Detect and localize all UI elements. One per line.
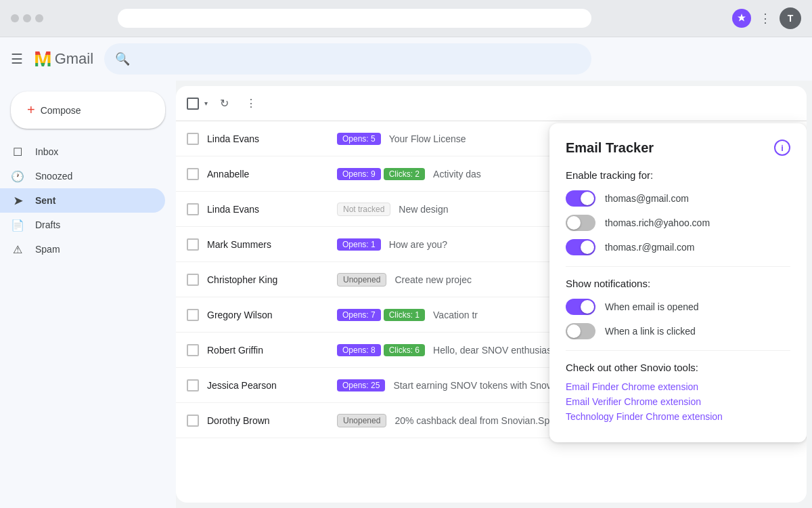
- sidebar-item-inbox[interactable]: ☐ Inbox: [0, 140, 165, 164]
- badge-primary: Opens: 9: [337, 168, 381, 180]
- more-options-button[interactable]: ⋮: [240, 93, 262, 114]
- email-list-panel: ▾ ↻ ⋮ Linda EvansOpens: 5Your Flow Licen…: [176, 86, 807, 503]
- badge-primary: Opens: 8: [337, 344, 381, 356]
- email-sender: Gregory Wilson: [207, 310, 329, 320]
- email-checkbox[interactable]: [187, 344, 199, 356]
- email-sender: Christopher King: [207, 274, 329, 285]
- snovio-section: Check out other Snovio tools: Email Find…: [566, 362, 790, 422]
- sidebar-item-spam[interactable]: ⚠ Spam: [0, 237, 165, 261]
- email-badges: Unopened: [337, 273, 386, 287]
- toggle-knob: [581, 240, 594, 254]
- hamburger-menu[interactable]: ☰: [11, 51, 23, 67]
- account-toggle-0[interactable]: [566, 190, 595, 207]
- email-checkbox[interactable]: [187, 379, 199, 391]
- browser-dots: [11, 14, 43, 22]
- badge-primary: Not tracked: [337, 203, 390, 216]
- email-checkbox[interactable]: [187, 415, 199, 427]
- panel-title: Email Tracker: [566, 140, 654, 156]
- email-badges: Opens: 9Clicks: 2: [337, 168, 425, 180]
- email-checkbox[interactable]: [187, 133, 199, 145]
- drafts-icon: 📄: [11, 219, 24, 232]
- toggle-knob: [567, 324, 581, 338]
- notification-toggle-1[interactable]: [566, 323, 595, 339]
- extension-icon[interactable]: [732, 9, 751, 28]
- notification-label: When email is opened: [605, 301, 699, 312]
- account-email-label: thomas.r@gmail.com: [605, 242, 694, 253]
- email-sender: Jessica Pearson: [207, 380, 329, 391]
- info-icon[interactable]: i: [774, 140, 790, 156]
- email-checkbox[interactable]: [187, 309, 199, 321]
- email-badges: Opens: 25: [337, 379, 385, 391]
- email-subject: Your Flow License: [389, 133, 466, 144]
- email-checkbox[interactable]: [187, 203, 199, 215]
- account-toggles: thomas@gmail.comthomas.rich@yahoo.comtho…: [566, 190, 790, 255]
- badge-primary: Opens: 1: [337, 238, 381, 251]
- sidebar-item-sent[interactable]: ➤ Sent: [0, 188, 165, 213]
- badge-secondary: Clicks: 1: [384, 309, 425, 321]
- browser-menu-icon[interactable]: ⋮: [759, 11, 771, 26]
- account-toggle-row-1: thomas.rich@yahoo.com: [566, 215, 790, 231]
- email-checkbox[interactable]: [187, 238, 199, 251]
- divider-1: [566, 266, 790, 267]
- email-subject: Create new projec: [394, 274, 472, 285]
- compose-button[interactable]: + Compose: [11, 91, 165, 129]
- panel-header: Email Tracker i: [566, 140, 790, 156]
- email-checkbox[interactable]: [187, 168, 199, 180]
- notification-label: When a link is clicked: [605, 326, 696, 337]
- refresh-button[interactable]: ↻: [213, 93, 235, 114]
- browser-dot-red: [11, 14, 19, 22]
- inbox-icon: ☐: [11, 146, 24, 158]
- address-bar[interactable]: [118, 9, 591, 28]
- account-toggle-row-0: thomas@gmail.com: [566, 190, 790, 207]
- gmail-logo: M Gmail: [34, 47, 93, 72]
- divider-2: [566, 350, 790, 351]
- account-toggle-1[interactable]: [566, 215, 595, 231]
- email-checkbox[interactable]: [187, 274, 199, 286]
- notification-toggle-0[interactable]: [566, 299, 595, 315]
- browser-dot-yellow: [23, 14, 31, 22]
- email-sender: Linda Evans: [207, 133, 329, 144]
- email-subject: Activity das: [433, 169, 481, 179]
- notifications-section-label: Show notifications:: [566, 278, 790, 289]
- badge-secondary: Clicks: 2: [384, 168, 425, 180]
- select-dropdown-arrow[interactable]: ▾: [204, 100, 208, 107]
- email-sender: Annabelle: [207, 169, 329, 179]
- snovio-link-2[interactable]: Technology Finder Chrome extension: [566, 411, 790, 422]
- toggle-knob: [581, 192, 594, 205]
- spam-icon: ⚠: [11, 243, 24, 256]
- select-all-checkbox[interactable]: [187, 98, 199, 110]
- browser-avatar[interactable]: T: [780, 7, 801, 29]
- badge-primary: Unopened: [337, 273, 386, 287]
- email-badges: Opens: 1: [337, 238, 381, 251]
- account-toggle-row-2: thomas.r@gmail.com: [566, 239, 790, 255]
- search-bar[interactable]: 🔍: [104, 43, 591, 75]
- email-tracker-panel: Email Tracker i Enable tracking for: tho…: [549, 123, 807, 442]
- email-subject: How are you?: [389, 239, 447, 250]
- sent-label: Sent: [35, 195, 55, 206]
- account-toggle-2[interactable]: [566, 239, 595, 255]
- gmail-text: Gmail: [55, 50, 93, 68]
- snovio-link-1[interactable]: Email Verifier Chrome extension: [566, 396, 790, 407]
- sidebar-item-drafts[interactable]: 📄 Drafts: [0, 213, 165, 237]
- email-badges: Opens: 5: [337, 133, 381, 145]
- account-email-label: thomas.rich@yahoo.com: [605, 217, 710, 228]
- email-subject: New design: [399, 204, 448, 215]
- sidebar: + Compose ☐ Inbox 🕐 Snoozed ➤ Sent 📄 Dra…: [0, 81, 176, 508]
- notification-toggle-row-0: When email is opened: [566, 299, 790, 315]
- sidebar-item-snoozed[interactable]: 🕐 Snoozed: [0, 164, 165, 188]
- snovio-title: Check out other Snovio tools:: [566, 362, 790, 373]
- snoozed-icon: 🕐: [11, 170, 24, 183]
- snoozed-label: Snoozed: [35, 171, 72, 182]
- snovio-link-0[interactable]: Email Finder Chrome extension: [566, 381, 790, 392]
- badge-primary: Opens: 5: [337, 133, 381, 145]
- gmail-app: ☰ M Gmail 🔍 + Compose ☐ Inbox 🕐 Snoozed: [0, 37, 812, 508]
- toggle-knob: [567, 216, 581, 230]
- email-toolbar: ▾ ↻ ⋮: [176, 86, 807, 121]
- inbox-label: Inbox: [35, 146, 58, 157]
- compose-label: Compose: [41, 105, 81, 116]
- email-subject: Hello, dear SNOV enthusiast!: [433, 345, 557, 356]
- badge-primary: Opens: 25: [337, 379, 385, 391]
- badge-primary: Opens: 7: [337, 309, 381, 321]
- email-sender: Robert Griffin: [207, 345, 329, 356]
- email-sender: Dorothy Brown: [207, 415, 329, 426]
